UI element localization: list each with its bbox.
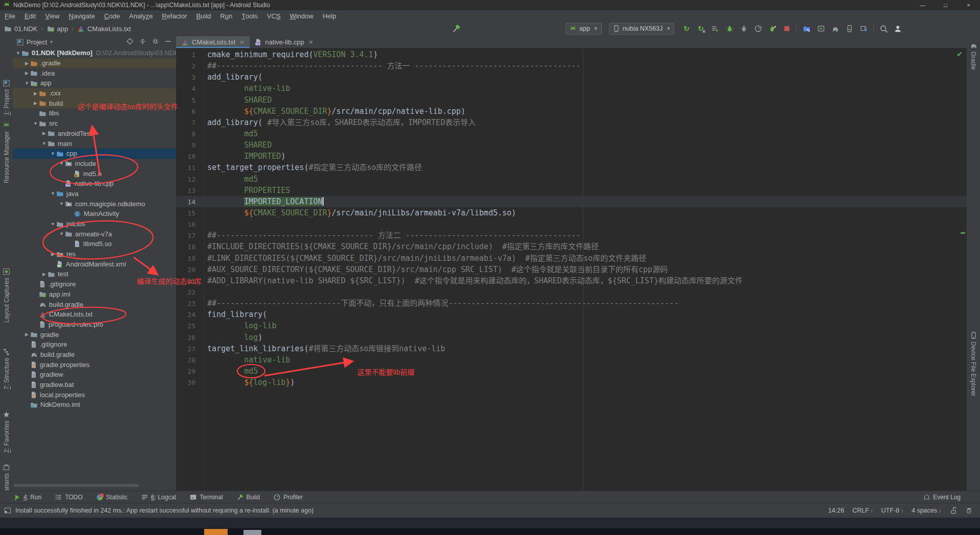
tree-row-jnilibs[interactable]: ▼ jniLibs [13,219,176,229]
breadcrumb-item[interactable]: CMakeLists.txt [77,25,131,33]
tree-row--gitignore[interactable]: .gitignore [13,339,176,350]
apply-code-changes-button[interactable] [708,23,722,34]
tree-row-cmakelists-txt[interactable]: CMakeLists.txt [13,309,176,320]
search-everywhere-button[interactable] [876,23,891,34]
tree-row-ndkdemo-iml[interactable]: NdkDemo.iml [13,400,176,410]
tree-toggle-icon[interactable]: ▼ [23,81,30,86]
tree-row-md5-h[interactable]: Hmd5.h [13,168,176,179]
tree-toggle-icon[interactable]: ▶ [23,332,30,337]
status-message[interactable]: Install successfully finished in 242 ms.… [15,507,313,514]
stop-button[interactable] [779,23,794,34]
tree-row-java[interactable]: ▼ java [13,189,176,199]
tree-row-proguard-rules-pro[interactable]: proguard-rules.pro [13,320,176,330]
code-line[interactable]: 10 IMPORTED) [176,151,967,162]
tree-toggle-icon[interactable]: ▼ [58,201,65,206]
code-line[interactable]: 20#AUX_SOURCE_DIRECTORY(${CMAKE_SOURCE_D… [176,264,967,275]
tree-toggle-icon[interactable]: ▼ [50,191,56,196]
tool-window-button-terminal[interactable]: >_Terminal [189,494,223,501]
code-line[interactable]: 16 [176,218,967,230]
menu-run[interactable]: Run [215,10,237,21]
tool-window-button-resource-manager[interactable]: Resource Manager [0,121,13,183]
tree-row-cpp[interactable]: ▼ cpp [13,149,176,159]
tree-row-androidtest[interactable]: ▶ androidTest [13,129,176,139]
code-line[interactable]: 13 PROPERTIES [176,185,967,196]
breadcrumb-item[interactable]: app [47,25,68,33]
code-editor[interactable]: 1cmake_minimum_required(VERSION 3.4.1)2#… [176,48,967,491]
tree-toggle-icon[interactable]: ▶ [32,101,39,106]
menu-code[interactable]: Code [100,10,125,21]
profile-button[interactable] [751,23,765,34]
tree-toggle-icon[interactable]: ▶ [32,91,39,96]
code-line[interactable]: 11set_target_properties(#指定第三方动态so库的文件路径 [176,162,967,173]
code-line[interactable]: 2##------------------------------------ … [176,60,967,71]
tree-toggle-icon[interactable]: ▶ [50,252,56,257]
encoding-widget[interactable]: UTF-8↕ [881,507,903,514]
tool-window-button----project[interactable]: 1: Project [0,80,13,115]
maximize-button[interactable]: □ [934,0,957,10]
tool-window-button-layout-captures[interactable]: Layout Captures [0,268,13,323]
menu-analyze[interactable]: Analyze [125,10,157,21]
code-line[interactable]: 4 native-lib [176,83,967,94]
tool-window-button-4--run[interactable]: 4: Run [13,494,41,501]
apply-changes-button[interactable]: ↻A [694,23,708,34]
code-line[interactable]: 6 ${CMAKE_SOURCE_DIR}/src/main/cpp/nativ… [176,106,967,117]
tree-toggle-icon[interactable]: ▼ [50,222,56,227]
tree-row--gradle[interactable]: ▶ .gradle [13,58,176,68]
code-line[interactable]: 19#LINK_DIRECTORIES(${CMAKE_SOURCE_DIR}/… [176,253,967,264]
tree-toggle-icon[interactable]: ▶ [41,131,47,136]
tree-row-gradle[interactable]: ▶ gradle [13,329,176,339]
tree-row-gradlew-bat[interactable]: gradlew.bat [13,380,176,390]
tree-row-native-lib-cpp[interactable]: C++native-lib.cpp [13,179,176,189]
taskbar-item[interactable] [243,530,261,535]
menu-window[interactable]: Window [285,10,318,21]
tree-toggle-icon[interactable]: ▼ [50,151,56,156]
code-line[interactable]: 23##---------------------------下面不动，只有上面… [176,298,967,309]
tree-toggle-icon[interactable]: ▼ [41,141,47,146]
code-line[interactable]: 9 SHARED [176,139,967,151]
attach-debugger-button[interactable] [737,23,751,34]
tool-window-button-todo[interactable]: TODO [55,494,82,501]
menu-tools[interactable]: Tools [237,10,262,21]
logcat-window-button[interactable] [814,23,828,34]
code-line[interactable]: 30 ${log-lib}) [176,377,967,388]
code-line[interactable]: 26 log) [176,332,967,343]
tree-row-armeabi-v7a[interactable]: ▼ armeabi-v7a [13,229,176,239]
code-line[interactable]: 29 md5 [176,366,967,377]
tree-row-app[interactable]: ▼ app [13,78,176,88]
tool-window-toggle-icon[interactable] [4,507,11,514]
capture-button[interactable] [856,23,871,34]
tree-row-main[interactable]: ▼ main [13,138,176,149]
code-line[interactable]: 5 SHARED [176,94,967,106]
code-line[interactable]: 21#ADD_LIBRARY(native-lib SHARED ${SRC_L… [176,275,967,286]
tree-row-app-iml[interactable]: app.iml [13,289,176,300]
tree-row-src[interactable]: ▼ src [13,118,176,129]
menu-build[interactable]: Build [191,10,215,21]
locate-button[interactable] [126,38,134,46]
breadcrumb-item[interactable]: 01.NDK [4,25,38,33]
tree-toggle-icon[interactable]: ▼ [58,161,65,166]
tree-toggle-icon[interactable]: ▼ [15,51,21,56]
code-line[interactable]: 3add_library( [176,71,967,83]
tree-row-mainactivity[interactable]: CMainActivity [13,209,176,219]
tree-row-build-gradle[interactable]: build.gradle [13,299,176,309]
code-line[interactable]: 15 ${CMAKE_SOURCE_DIR}/src/main/jniLibs/… [176,207,967,218]
menu-navigate[interactable]: Navigate [64,10,100,21]
indent-widget[interactable]: 4 spaces↕ [912,507,941,514]
tree-toggle-icon[interactable]: ▼ [58,231,65,236]
tree-toggle-icon[interactable]: ▶ [23,70,30,76]
menu-refactor[interactable]: Refactor [157,10,191,21]
tree-row-res[interactable]: ▶ res [13,249,176,259]
collapse-all-button[interactable] [139,38,146,46]
close-button[interactable]: × [957,0,980,10]
code-line[interactable]: 12 md5 [176,174,967,185]
project-panel-title[interactable]: Project ▾ [17,38,53,46]
tree-row-local-properties[interactable]: local.properties [13,390,176,400]
tree-toggle-icon[interactable]: ▼ [32,121,39,126]
code-line[interactable]: 28 native-lib [176,354,967,366]
device-select[interactable]: nubia NX563J▼ [609,23,674,35]
menu-view[interactable]: View [40,10,64,21]
code-line[interactable]: 14 IMPORTED_LOCATION [176,196,967,207]
hide-button[interactable] [164,38,172,46]
gradle-daemon-widget[interactable] [965,507,973,514]
tool-window-button-profiler[interactable]: Profiler [273,494,303,501]
